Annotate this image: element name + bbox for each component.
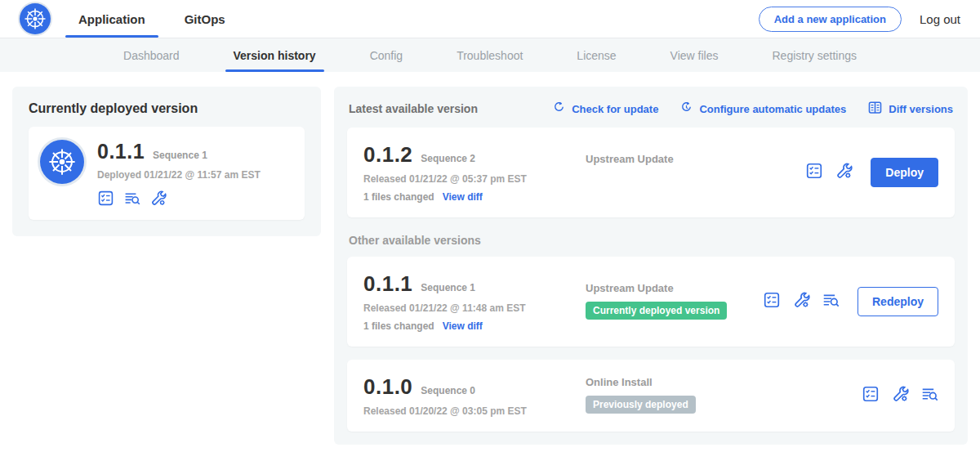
- latest-version-header: Latest available version Check for updat…: [347, 98, 955, 128]
- subtab-license[interactable]: License: [573, 38, 619, 72]
- header-actions: Check for update Configure automatic upd…: [552, 100, 953, 118]
- kubernetes-logo-icon: [20, 3, 51, 34]
- edit-config-wrench-icon[interactable]: [835, 162, 853, 183]
- sequence-label: Sequence 1: [421, 282, 475, 293]
- edit-config-wrench-icon[interactable]: [149, 190, 167, 207]
- deployed-sequence-label: Sequence 1: [153, 150, 207, 161]
- currently-deployed-panel: Currently deployed version 0.1.1 Sequenc…: [12, 87, 321, 236]
- view-files-magnifier-icon[interactable]: [920, 385, 938, 406]
- edit-config-wrench-icon[interactable]: [891, 385, 909, 406]
- deploy-button[interactable]: Deploy: [871, 158, 938, 187]
- subtab-registry-settings[interactable]: Registry settings: [769, 38, 860, 72]
- app-logo-icon: [40, 140, 84, 184]
- released-timestamp: Released 01/21/22 @ 05:37 pm EST: [363, 173, 586, 185]
- view-diff-link[interactable]: View diff: [443, 191, 483, 203]
- app-sub-nav: Dashboard Version history Config Trouble…: [0, 38, 980, 72]
- sequence-label: Sequence 2: [421, 153, 475, 164]
- deployed-card-actions: [97, 190, 261, 207]
- version-card-0-1-1: 0.1.1 Sequence 1 Released 01/21/22 @ 11:…: [347, 257, 955, 347]
- files-changed-label: 1 files changed: [363, 320, 434, 332]
- deployed-version-number: 0.1.1: [97, 140, 145, 163]
- version-source: Online Install: [586, 376, 862, 388]
- tab-application[interactable]: Application: [77, 0, 147, 38]
- add-new-application-button[interactable]: Add a new application: [759, 7, 902, 32]
- deployed-timestamp: Deployed 01/21/22 @ 11:57 am EST: [97, 169, 261, 181]
- previously-deployed-badge: Previously deployed: [586, 396, 696, 414]
- check-for-update-link[interactable]: Check for update: [552, 101, 658, 117]
- subtab-config[interactable]: Config: [367, 38, 406, 72]
- subtab-view-files[interactable]: View files: [667, 38, 722, 72]
- check-for-update-label: Check for update: [572, 103, 658, 115]
- subtab-dashboard[interactable]: Dashboard: [120, 38, 183, 72]
- edit-config-wrench-icon[interactable]: [792, 291, 810, 312]
- deployed-version-info: 0.1.1 Sequence 1 Deployed 01/21/22 @ 11:…: [97, 140, 261, 207]
- sequence-label: Sequence 0: [421, 385, 475, 396]
- version-history-panel: Latest available version Check for updat…: [334, 87, 968, 445]
- subtab-version-history[interactable]: Version history: [230, 38, 319, 72]
- auto-update-clock-icon: [679, 101, 693, 117]
- configure-automatic-updates-link[interactable]: Configure automatic updates: [679, 101, 846, 117]
- other-versions-title: Other available versions: [349, 234, 953, 247]
- version-source: Upstream Update: [586, 282, 763, 294]
- view-files-magnifier-icon[interactable]: [822, 291, 840, 312]
- diff-table-icon: [867, 100, 883, 118]
- deployed-panel-title: Currently deployed version: [29, 101, 305, 116]
- version-card-0-1-2: 0.1.2 Sequence 2 Released 01/21/22 @ 05:…: [347, 128, 955, 217]
- released-timestamp: Released 01/20/22 @ 03:05 pm EST: [363, 405, 586, 417]
- view-diff-link[interactable]: View diff: [443, 320, 483, 332]
- redeploy-button[interactable]: Redeploy: [858, 287, 938, 316]
- top-nav: Application GitOps Add a new application…: [0, 0, 980, 38]
- preflight-checklist-icon[interactable]: [97, 190, 114, 207]
- top-tabs: Application GitOps: [77, 0, 263, 38]
- tab-gitops[interactable]: GitOps: [183, 0, 227, 38]
- main-content: Currently deployed version 0.1.1 Sequenc…: [0, 72, 980, 445]
- diff-versions-link[interactable]: Diff versions: [867, 100, 953, 118]
- top-nav-right: Add a new application Log out: [759, 7, 960, 32]
- subtab-troubleshoot[interactable]: Troubleshoot: [453, 38, 526, 72]
- refresh-icon: [552, 101, 566, 117]
- preflight-checklist-icon[interactable]: [805, 162, 823, 183]
- version-source: Upstream Update: [586, 153, 805, 165]
- view-files-magnifier-icon[interactable]: [123, 190, 140, 207]
- logout-button[interactable]: Log out: [920, 12, 960, 26]
- version-number: 0.1.0: [363, 374, 412, 400]
- released-timestamp: Released 01/21/22 @ 11:48 am EST: [363, 302, 586, 314]
- files-changed-label: 1 files changed: [363, 191, 434, 203]
- version-number: 0.1.1: [363, 271, 412, 297]
- version-card-0-1-0: 0.1.0 Sequence 0 Released 01/20/22 @ 03:…: [347, 360, 955, 432]
- version-number: 0.1.2: [363, 142, 412, 168]
- preflight-checklist-icon[interactable]: [862, 385, 880, 406]
- currently-deployed-badge: Currently deployed version: [586, 302, 727, 320]
- latest-version-title: Latest available version: [349, 102, 478, 115]
- deployed-version-card: 0.1.1 Sequence 1 Deployed 01/21/22 @ 11:…: [29, 127, 305, 220]
- configure-updates-label: Configure automatic updates: [699, 103, 846, 115]
- preflight-checklist-icon[interactable]: [763, 291, 781, 312]
- diff-versions-label: Diff versions: [889, 103, 953, 115]
